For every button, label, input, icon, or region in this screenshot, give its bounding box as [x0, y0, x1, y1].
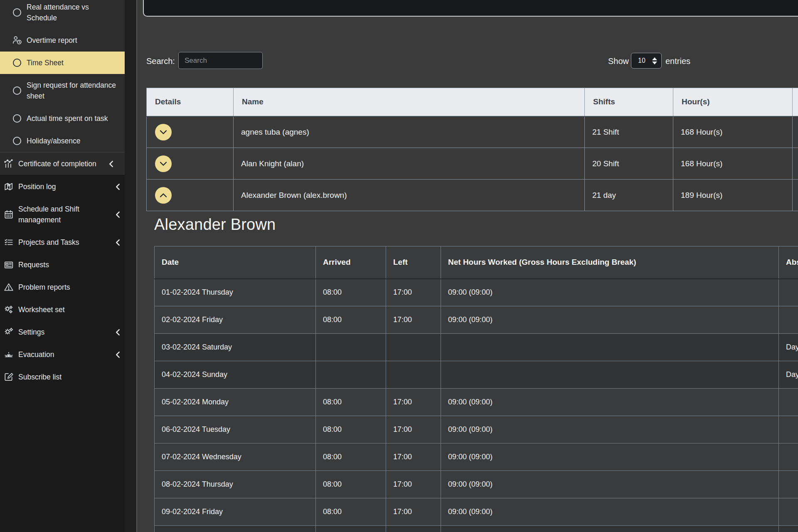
net-hours-cell: 09:00 (09:00)	[441, 416, 779, 443]
name-cell: agnes tuba (agnes)	[234, 116, 585, 148]
page-size-select[interactable]: 10	[631, 53, 662, 69]
sidebar-item-schedule-shift-management[interactable]: Schedule and Shift management	[0, 198, 125, 231]
sidebar-item-settings[interactable]: Settings	[0, 321, 125, 343]
employee-table: Details Name Shifts Hour(s) agnes tuba (…	[146, 88, 798, 211]
details-cell	[147, 116, 234, 148]
sidebar-item-label: Projects and Tasks	[18, 237, 108, 248]
detail-row: 01-02-2024 Thursday 08:00 17:00 09:00 (0…	[155, 279, 798, 306]
col-arrived: Arrived	[316, 246, 386, 279]
net-hours-cell: 09:00 (09:00)	[441, 498, 779, 526]
reports-submenu: Real attendance vs Schedule Overtime rep…	[0, 0, 125, 152]
table-row: agnes tuba (agnes) 21 Shift 168 Hour(s)	[147, 116, 798, 148]
sidebar-item-label: Overtime report	[27, 35, 116, 46]
sidebar-item-label: Time Sheet	[27, 57, 116, 68]
sidebar-item-label: Holiday/absence	[27, 135, 116, 146]
sidebar-item-certificate-of-completion[interactable]: Certificate of completion	[0, 153, 125, 175]
app-window: Real attendance vs Schedule Overtime rep…	[0, 0, 798, 532]
search-label: Search:	[146, 57, 175, 66]
details-cell	[147, 180, 234, 211]
expand-row-button[interactable]	[155, 155, 172, 172]
arrived-cell: 08:00	[316, 306, 386, 334]
shifts-cell: 21 day	[585, 180, 673, 211]
chevron-left-icon	[115, 351, 121, 358]
col-date: Date	[155, 246, 316, 279]
col-extra	[793, 88, 798, 116]
left-cell: 17:00	[386, 279, 441, 306]
chevron-left-icon	[115, 211, 121, 218]
page-size-value: 10	[638, 57, 652, 64]
sidebar-item-real-attendance-vs-schedule[interactable]: Real attendance vs Schedule	[0, 0, 125, 29]
newspaper-icon	[3, 260, 14, 270]
arrived-cell	[316, 334, 386, 361]
sidebar: Real attendance vs Schedule Overtime rep…	[0, 0, 125, 532]
detail-row: 07-02-2024 Wednesday 08:00 17:00 09:00 (…	[155, 443, 798, 471]
date-cell: 10-02-2024 Saturday	[155, 526, 316, 532]
sidebar-item-requests[interactable]: Requests	[0, 254, 125, 276]
arrived-cell: 08:00	[316, 498, 386, 526]
sidebar-item-label: Sign request for attendance sheet	[27, 80, 116, 101]
sidebar-item-overtime-report[interactable]: Overtime report	[0, 29, 125, 52]
sidebar-divider	[125, 0, 137, 532]
expand-row-button[interactable]	[155, 124, 172, 140]
date-cell: 07-02-2024 Wednesday	[155, 443, 316, 471]
extra-cell	[793, 148, 798, 180]
sidebar-item-time-sheet[interactable]: Time Sheet	[0, 52, 125, 74]
sidebar-item-label: Subscribe list	[18, 372, 108, 382]
sidebar-item-sign-request[interactable]: Sign request for attendance sheet	[0, 74, 125, 107]
calendar-icon	[3, 209, 14, 219]
left-cell: 17:00	[386, 306, 441, 334]
absence-cell	[779, 306, 798, 334]
sidebar-item-label: Problem reports	[18, 282, 108, 293]
details-cell	[147, 148, 234, 180]
sidebar-item-actual-time-spent[interactable]: Actual time spent on task	[0, 107, 125, 130]
sidebar-item-label: Evacuation	[18, 349, 108, 360]
sidebar-item-position-log[interactable]: Position log	[0, 175, 125, 198]
arrived-cell	[316, 526, 386, 532]
gears-icon	[3, 305, 14, 315]
left-cell	[386, 361, 441, 389]
detail-header-row: Date Arrived Left Net Hours Worked (Gros…	[155, 246, 798, 279]
sidebar-item-holiday-absence[interactable]: Holiday/absence	[0, 130, 125, 152]
net-hours-cell: 09:00 (09:00)	[441, 306, 779, 334]
collapse-row-button[interactable]	[155, 187, 172, 204]
chevron-up-icon	[160, 193, 167, 198]
detail-row: 08-02-2024 Thursday 08:00 17:00 09:00 (0…	[155, 471, 798, 498]
left-cell	[386, 526, 441, 532]
top-clipped-panel	[143, 0, 798, 17]
sidebar-item-label: Schedule and Shift management	[18, 204, 108, 225]
net-hours-cell: 09:00 (09:00)	[441, 471, 779, 498]
col-absence: Absence	[779, 246, 798, 279]
date-cell: 02-02-2024 Friday	[155, 306, 316, 334]
left-cell: 17:00	[386, 498, 441, 526]
absence-cell: Day Off	[779, 334, 798, 361]
arrived-cell: 08:00	[316, 416, 386, 443]
employee-detail-title: Alexander Brown	[154, 216, 276, 234]
detail-row: 09-02-2024 Friday 08:00 17:00 09:00 (09:…	[155, 498, 798, 526]
absence-cell	[779, 443, 798, 471]
checklist-icon	[3, 237, 14, 247]
arrived-cell: 08:00	[316, 279, 386, 306]
chevron-left-icon	[108, 160, 114, 167]
bar-chart-icon	[3, 159, 14, 169]
search-input[interactable]	[178, 52, 263, 69]
sidebar-item-problem-reports[interactable]: Problem reports	[0, 276, 125, 298]
sidebar-item-evacuation[interactable]: Evacuation	[0, 343, 125, 366]
radio-icon	[12, 113, 22, 123]
net-hours-cell	[441, 361, 779, 389]
col-shifts: Shifts	[585, 88, 673, 116]
hours-cell: 168 Hour(s)	[673, 116, 793, 148]
detail-row: 02-02-2024 Friday 08:00 17:00 09:00 (09:…	[155, 306, 798, 334]
chevron-down-icon	[160, 161, 167, 166]
col-hours: Hour(s)	[673, 88, 793, 116]
sidebar-item-label: Certificate of completion	[18, 158, 108, 169]
table-row: Alexander Brown (alex.brown) 21 day 189 …	[147, 180, 798, 211]
sidebar-item-projects-and-tasks[interactable]: Projects and Tasks	[0, 231, 125, 254]
sidebar-item-label: Real attendance vs Schedule	[27, 2, 116, 23]
person-clock-icon	[12, 35, 22, 45]
date-cell: 04-02-2024 Sunday	[155, 361, 316, 389]
absence-cell	[779, 389, 798, 416]
sidebar-item-subscribe-list[interactable]: Subscribe list	[0, 366, 125, 388]
warning-icon	[3, 282, 14, 292]
absence-cell	[779, 279, 798, 306]
sidebar-item-worksheet-set[interactable]: Worksheet set	[0, 298, 125, 321]
